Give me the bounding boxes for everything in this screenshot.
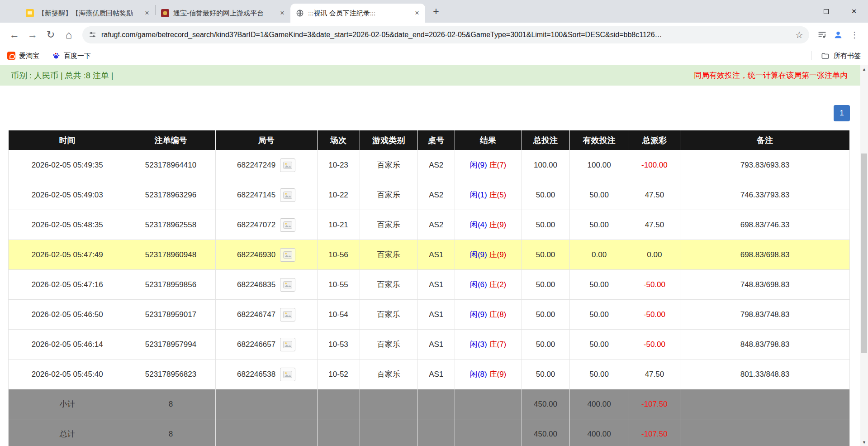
cell-note: 798.83/748.83: [680, 300, 850, 330]
cell-table-number: AS1: [417, 240, 455, 270]
cell-bet-id: 523178959856: [126, 270, 215, 300]
cell-total-bet[interactable]: 50.00: [522, 300, 569, 330]
refresh-button[interactable]: ↻: [42, 26, 60, 44]
cell-total-bet[interactable]: 50.00: [522, 270, 569, 300]
page-number-button[interactable]: 1: [834, 105, 850, 121]
site-settings-icon[interactable]: [89, 31, 96, 38]
cell-bet-id: 523178960948: [126, 240, 215, 270]
forum-favicon-icon: [26, 9, 34, 17]
cell-session: 10-53: [317, 330, 360, 360]
forward-button[interactable]: →: [24, 26, 42, 44]
cell-payout: 47.50: [629, 180, 680, 210]
result-image-button[interactable]: [280, 368, 295, 381]
cell-time: 2026-02-05 05:49:35: [9, 150, 126, 180]
scroll-down-arrow[interactable]: ▼: [860, 438, 868, 446]
result-image-button[interactable]: [280, 188, 295, 202]
cell-session: 10-23: [317, 150, 360, 180]
result-image-button[interactable]: [280, 248, 295, 262]
cell-round: 682246747: [215, 300, 317, 330]
cell-game-type: 百家乐: [360, 240, 417, 270]
browser-menu-icon[interactable]: ⋮: [846, 27, 863, 43]
cell-result: 闲(3) 庄(7): [455, 330, 522, 360]
cell-valid-bet: 50.00: [569, 180, 629, 210]
cell-payout: 47.50: [629, 360, 680, 389]
tab-forum[interactable]: 【新提醒】【海燕优质回帖奖励 ×: [20, 4, 155, 23]
pagination: 1: [8, 105, 850, 121]
result-player: 闲(6): [470, 280, 487, 289]
cell-bet-id: 523178956823: [126, 360, 215, 389]
folder-icon: [821, 52, 830, 60]
result-image-button[interactable]: [280, 278, 295, 292]
cell-result: 闲(9) 庄(8): [455, 300, 522, 330]
column-header: 桌号: [417, 130, 455, 150]
bookmark-aitaobao[interactable]: 爱淘宝: [7, 52, 39, 60]
minimize-button[interactable]: ─: [784, 0, 812, 23]
cell-valid-bet: 100.00: [569, 150, 629, 180]
tab-close-icon[interactable]: ×: [413, 9, 422, 18]
round-number: 682246835: [237, 280, 275, 289]
cell-table-number: AS1: [417, 300, 455, 330]
result-image-button[interactable]: [280, 338, 295, 351]
total-valid-bet: 400.00: [569, 419, 629, 446]
scrollbar-thumb[interactable]: [861, 153, 867, 353]
subtotal-label: 小计: [9, 389, 126, 419]
table-row: 2026-02-05 05:46:14 523178957994 6822466…: [9, 330, 850, 360]
result-image-button[interactable]: [280, 218, 295, 232]
cell-note: 698.83/746.33: [680, 210, 850, 240]
scroll-up-arrow[interactable]: ▲: [860, 65, 868, 73]
cell-round: 682247249: [215, 150, 317, 180]
tongbao-favicon-icon: [161, 9, 169, 17]
result-player: 闲(3): [470, 340, 487, 349]
tab-bet-records-active[interactable]: :::视讯 会员下注纪录::: ×: [290, 4, 425, 23]
back-button[interactable]: ←: [5, 26, 24, 44]
cell-total-bet[interactable]: 50.00: [522, 360, 569, 389]
cell-time: 2026-02-05 05:49:03: [9, 180, 126, 210]
result-banker: 庄(7): [489, 340, 506, 349]
maximize-button[interactable]: [812, 0, 840, 23]
result-image-button[interactable]: [280, 308, 295, 321]
tab-close-icon[interactable]: ×: [278, 9, 287, 18]
bookmark-baidu[interactable]: 百度一下: [52, 52, 91, 60]
cell-total-bet[interactable]: 50.00: [522, 240, 569, 270]
url-text[interactable]: rafugf.com/game/betrecord_search/kind3?B…: [101, 31, 792, 39]
cell-game-type: 百家乐: [360, 300, 417, 330]
window-controls: ─ ×: [784, 0, 868, 23]
browser-toolbar: ← → ↻ ⌂ rafugf.com/game/betrecord_search…: [0, 23, 868, 47]
cell-total-bet[interactable]: 50.00: [522, 330, 569, 360]
cell-table-number: AS1: [417, 360, 455, 389]
cell-round: 682246835: [215, 270, 317, 300]
all-bookmarks[interactable]: 所有书签: [811, 51, 861, 60]
cell-payout: -50.00: [629, 270, 680, 300]
result-banker: 庄(9): [489, 370, 506, 379]
cell-session: 10-54: [317, 300, 360, 330]
close-window-button[interactable]: ×: [840, 0, 868, 23]
column-header: 时间: [9, 130, 126, 150]
total-row: 总计 8 450.00 400.00 -107.50: [9, 419, 850, 446]
column-header: 局号: [215, 130, 317, 150]
tab-tongbao[interactable]: 通宝-信誉最好的网上游戏平台 ×: [156, 4, 290, 23]
cell-game-type: 百家乐: [360, 360, 417, 389]
media-controls-icon[interactable]: [814, 27, 830, 43]
new-tab-button[interactable]: +: [429, 4, 443, 19]
table-row: 2026-02-05 05:47:49 523178960948 6822469…: [9, 240, 850, 270]
cell-total-bet[interactable]: 100.00: [522, 150, 569, 180]
cell-note: 793.83/693.83: [680, 150, 850, 180]
address-bar[interactable]: rafugf.com/game/betrecord_search/kind3?B…: [82, 26, 809, 43]
cell-round: 682246538: [215, 360, 317, 389]
cell-total-bet[interactable]: 50.00: [522, 210, 569, 240]
cell-game-type: 百家乐: [360, 210, 417, 240]
tab-close-icon[interactable]: ×: [142, 9, 152, 18]
round-number: 682246930: [237, 250, 275, 259]
cell-game-type: 百家乐: [360, 180, 417, 210]
home-button[interactable]: ⌂: [60, 26, 78, 44]
cell-total-bet[interactable]: 50.00: [522, 180, 569, 210]
bookmark-star-icon[interactable]: ☆: [792, 28, 806, 42]
cell-round: 682246657: [215, 330, 317, 360]
cell-result: 闲(9) 庄(7): [455, 150, 522, 180]
profile-avatar-icon[interactable]: [830, 27, 846, 43]
cell-note: 698.83/698.83: [680, 240, 850, 270]
page-scrollbar[interactable]: ▲ ▼: [860, 65, 868, 446]
result-image-button[interactable]: [280, 158, 295, 172]
cell-result: 闲(8) 庄(9): [455, 360, 522, 389]
result-player: 闲(8): [470, 370, 487, 379]
